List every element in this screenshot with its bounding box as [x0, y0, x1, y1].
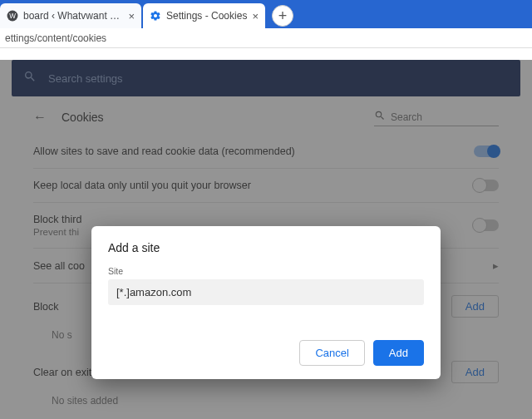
- close-icon[interactable]: ×: [128, 10, 135, 22]
- add-button[interactable]: Add: [373, 340, 424, 366]
- svg-text:W: W: [9, 12, 16, 20]
- close-icon[interactable]: ×: [252, 10, 259, 22]
- add-site-dialog: Add a site Site Cancel Add: [91, 226, 441, 379]
- tab-title: board ‹ Whatvwant — Word: [23, 10, 123, 22]
- site-input[interactable]: [108, 279, 424, 305]
- tab-title: Settings - Cookies: [166, 10, 247, 22]
- dialog-title: Add a site: [108, 241, 424, 254]
- cancel-button[interactable]: Cancel: [299, 340, 364, 366]
- dialog-field-label: Site: [108, 266, 424, 276]
- wordpress-icon: W: [7, 10, 18, 22]
- gear-icon: [150, 10, 161, 22]
- browser-tab[interactable]: Settings - Cookies ×: [143, 3, 265, 28]
- modal-scrim[interactable]: Add a site Site Cancel Add: [0, 60, 532, 419]
- address-bar[interactable]: ettings/content/cookies: [0, 28, 532, 48]
- browser-tab[interactable]: W board ‹ Whatvwant — Word ×: [0, 3, 141, 28]
- url-text: ettings/content/cookies: [5, 32, 106, 44]
- page-content: ← Cookies Allow sites to save and read c…: [0, 60, 532, 419]
- browser-tab-strip: W board ‹ Whatvwant — Word × Settings - …: [0, 0, 532, 28]
- dialog-buttons: Cancel Add: [108, 340, 424, 366]
- new-tab-button[interactable]: +: [272, 5, 293, 27]
